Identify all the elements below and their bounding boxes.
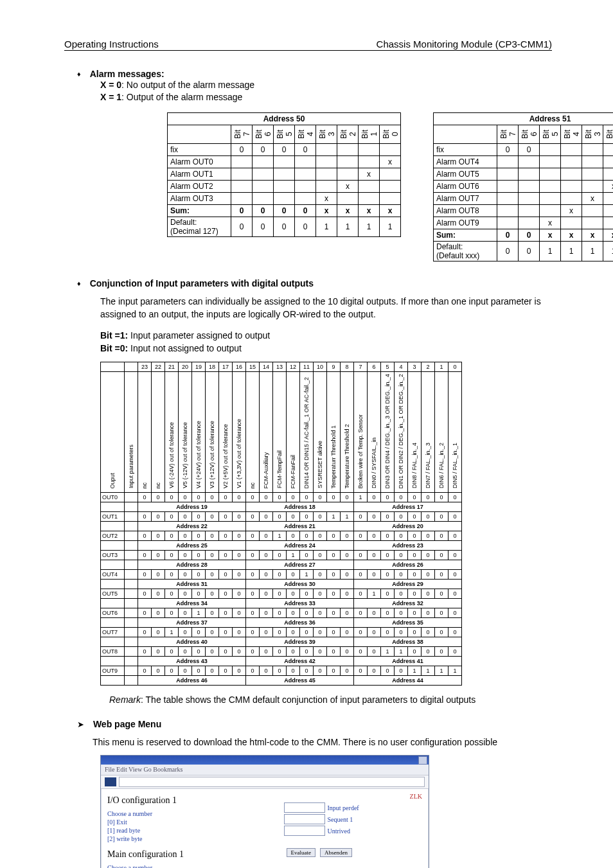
mock-item[interactable]: [2] write byte [107,835,275,843]
remark-line: Remark: The table shows the CMM default … [109,695,552,705]
table-matrix: 23222120191817161514131211109876543210Ou… [100,362,462,686]
bit0-label: Bit =0: [100,343,128,353]
web-mock-window: File Edit View Go Bookmarks I/O configur… [100,755,429,868]
bit-legend: Bit =1: Input parameter assigned to outp… [100,330,552,355]
mock-zlk-link[interactable]: ZLK [284,793,427,800]
mock-field: Input perdef [284,802,427,813]
alarm-heading: ♦ Alarm messages: [64,69,552,79]
url-input[interactable] [119,777,425,787]
mock-field: Sequent 1 [284,814,427,824]
alarm-heading-text: Alarm messages: [90,69,164,79]
mock-urlbar [101,775,429,789]
header-left: Operating Instructions [64,39,159,49]
mock-item: Choose a number [107,810,275,818]
mock-input[interactable] [284,814,325,824]
table-address-50: Address 50Bit 7Bit 6Bit 5Bit 4Bit 3Bit 2… [167,112,401,237]
x1-text: : Output of the alarm message [121,92,242,102]
mock-input[interactable] [284,826,325,836]
conj-heading-text: Conjunction of Input parameters with dig… [90,278,314,288]
mock-item[interactable]: [1] read byte [107,826,275,835]
mock-h2: Main configuration 1 [107,849,275,860]
x0-text: : No output of the alarm message [121,80,254,90]
page-header: Operating Instructions Chassis Monitorin… [64,39,552,51]
x0-label: X = 0 [100,80,121,90]
web-paragraph: This menu is reserved to download the ht… [93,736,552,748]
web-heading: ➤ Web page Menu [77,719,552,729]
mock-field-label: Sequent 1 [328,816,353,823]
conj-paragraph: The input parameters can individually be… [100,295,552,321]
mock-titlebar [101,756,429,765]
conj-heading: ♦ Conjunction of Input parameters with d… [64,278,552,288]
arrow-icon: ➤ [77,720,84,729]
close-icon[interactable] [418,756,427,765]
web-heading-text: Web page Menu [93,719,161,729]
mock-field-label: Untrived [328,828,351,835]
mock-input[interactable] [284,802,325,813]
header-right: Chassis Monitoring Module (CP3-CMM1) [377,39,552,49]
bullet-icon: ♦ [77,279,81,287]
x1-label: X = 1 [100,92,121,102]
table-address-51: Address 51Bit 7Bit 6Bit 5Bit 4Bit 3Bit 2… [433,112,613,261]
mock-field: Untrived [284,826,427,836]
mock-field-label: Input perdef [328,804,359,811]
mock-toolbar: File Edit View Go Bookmarks [101,765,429,775]
mock-button[interactable]: Absenden [320,848,352,857]
mock-item[interactable]: [0] Exit [107,818,275,826]
bit1-label: Bit =1: [100,330,128,341]
mock-item: Choose a number [107,864,275,868]
mock-h1: I/O configuration 1 [107,795,275,806]
bullet-icon: ♦ [77,70,81,78]
app-logo-icon [105,777,116,786]
mock-button[interactable]: Evaluate [287,848,315,857]
bit0-text: Input not assigned to output [128,343,242,353]
alarm-desc: X = 0: No output of the alarm message X … [100,79,552,103]
bit1-text: Input parameter assigned to output [128,330,270,341]
